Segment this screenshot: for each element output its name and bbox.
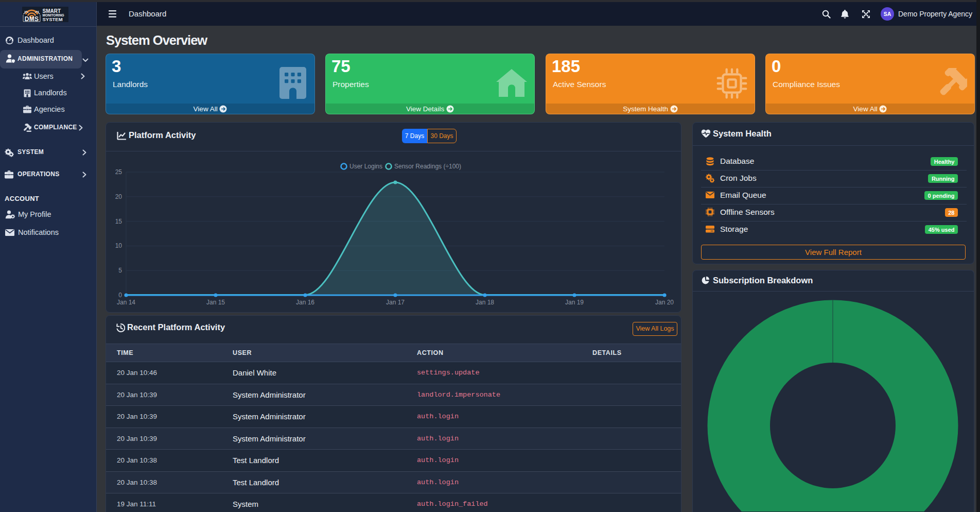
svg-text:User Logins: User Logins <box>349 163 382 170</box>
svg-text:Jan 16: Jan 16 <box>296 299 314 306</box>
svg-text:Jan 20: Jan 20 <box>655 299 674 306</box>
svg-text:Jan 19: Jan 19 <box>565 299 584 306</box>
svg-text:SYSTEM: SYSTEM <box>43 16 63 22</box>
svg-text:15: 15 <box>115 218 122 225</box>
svg-text:20: 20 <box>115 193 122 200</box>
svg-text:Jan 15: Jan 15 <box>206 299 225 306</box>
svg-text:DMS: DMS <box>25 15 39 23</box>
svg-text:10: 10 <box>115 242 122 249</box>
svg-text:Jan 18: Jan 18 <box>476 299 494 306</box>
svg-text:Jan 14: Jan 14 <box>117 299 135 306</box>
svg-text:0: 0 <box>118 292 122 299</box>
svg-text:Sensor Readings (÷100): Sensor Readings (÷100) <box>394 163 461 170</box>
svg-text:5: 5 <box>118 267 122 274</box>
svg-text:Jan 17: Jan 17 <box>386 299 405 306</box>
svg-text:25: 25 <box>115 168 122 176</box>
